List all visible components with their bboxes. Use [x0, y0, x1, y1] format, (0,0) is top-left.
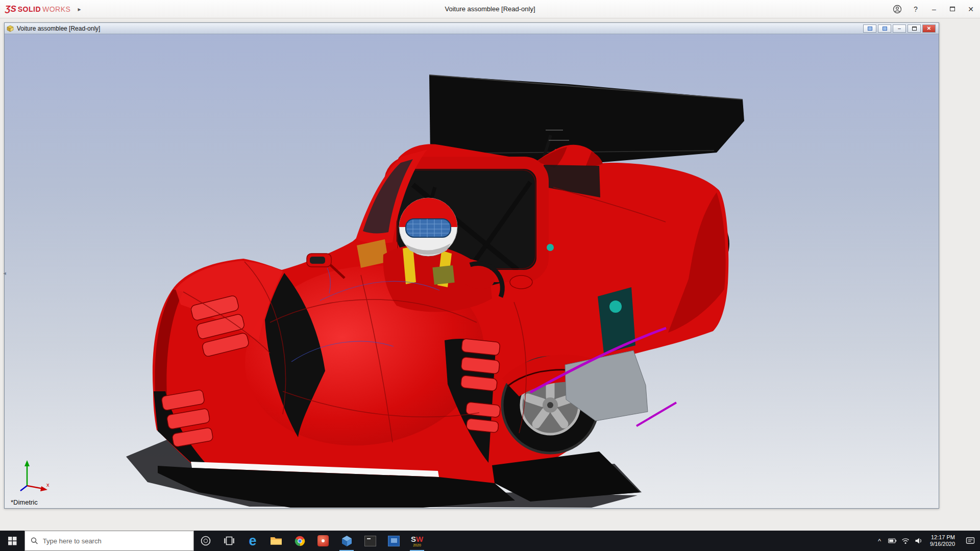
- viewport-single-icon: [883, 27, 887, 31]
- solidworks-logo: ƷS SOLID WORKS: [5, 4, 70, 14]
- blue-app-icon: [388, 536, 400, 546]
- minimize-button[interactable]: –: [925, 0, 943, 18]
- task-view-icon: [224, 536, 235, 546]
- triad-x-label: x: [46, 482, 50, 488]
- app-icon-cortana[interactable]: [194, 531, 217, 551]
- driver-helmet: [399, 198, 457, 256]
- app-window-title: Voiture assomblee [Read-only]: [0, 5, 980, 13]
- doc-close-button[interactable]: ✕: [922, 24, 936, 33]
- app-window-controls: ? – ✕: [888, 0, 980, 18]
- taskbar-search[interactable]: [24, 531, 194, 551]
- help-button[interactable]: ?: [906, 0, 925, 18]
- triad-y-axis: [24, 460, 30, 466]
- app-icon-media[interactable]: [311, 531, 335, 551]
- document-title: Voiture assomblee [Read-only]: [17, 25, 100, 32]
- file-explorer-icon: [270, 536, 282, 546]
- close-icon: ✕: [968, 5, 974, 13]
- app-icon-terminal[interactable]: [358, 531, 382, 551]
- app-icon-chrome[interactable]: [288, 531, 311, 551]
- battery-indicator[interactable]: [886, 531, 899, 551]
- terminal-icon: [364, 536, 376, 546]
- right-mirror: [510, 276, 532, 289]
- media-app-icon: [317, 535, 329, 546]
- cortana-icon: [200, 535, 211, 546]
- taskbar-clock[interactable]: 12:17 PM 9/16/2020: [925, 534, 960, 547]
- app-icon-edge[interactable]: e: [241, 531, 264, 551]
- document-titlebar[interactable]: Voiture assomblee [Read-only] – ✕: [5, 23, 939, 34]
- doc-viewport-button-1[interactable]: [863, 24, 876, 33]
- doc-minimize-icon: –: [898, 26, 901, 31]
- solidworks-cube-icon: [341, 535, 353, 547]
- doc-close-icon: ✕: [927, 26, 931, 31]
- battery-icon: [888, 538, 897, 544]
- action-center-icon: [966, 537, 975, 545]
- menu-flyout-arrow-icon[interactable]: ▸: [78, 6, 81, 13]
- network-indicator[interactable]: [899, 531, 912, 551]
- solidworks-logo-solid: SOLID: [18, 5, 41, 13]
- chrome-icon: [294, 535, 306, 547]
- race-car-model[interactable]: [5, 34, 939, 508]
- assembly-document-icon: [7, 25, 14, 32]
- document-window: Voiture assomblee [Read-only] – ✕: [4, 22, 939, 509]
- app-titlebar: ƷS SOLID WORKS ▸ Voiture assomblee [Read…: [0, 0, 980, 18]
- edge-icon: e: [249, 534, 256, 548]
- action-center-button[interactable]: [960, 531, 980, 551]
- app-icon-document[interactable]: [382, 531, 405, 551]
- solidworks-logo-mark-icon: ƷS: [5, 4, 16, 14]
- doc-viewport-button-2[interactable]: [878, 24, 891, 33]
- tray-chevron-icon[interactable]: ^: [873, 537, 886, 545]
- solidworks-year-label: 2020: [413, 543, 421, 547]
- helmet-visor: [406, 219, 451, 237]
- windows-taskbar: e: [0, 531, 980, 551]
- featuremanager-collapse-tab[interactable]: ◂: [1, 267, 8, 279]
- collapse-arrow-icon: ◂: [3, 270, 6, 277]
- doc-maximize-icon: [912, 27, 917, 31]
- restore-icon: [950, 7, 955, 11]
- app-icon-task-view[interactable]: [217, 531, 241, 551]
- app-icon-solidworks-2020[interactable]: SW 2020: [405, 531, 429, 551]
- search-input[interactable]: [43, 537, 188, 545]
- clock-time: 12:17 PM: [930, 534, 955, 541]
- system-tray: ^ 12:17 PM 9/16/2020: [873, 531, 980, 551]
- wifi-icon: [901, 538, 910, 544]
- orientation-triad[interactable]: x: [16, 457, 54, 493]
- start-button[interactable]: [0, 531, 24, 551]
- account-button[interactable]: [888, 0, 906, 18]
- solidworks-2020-icon: SW 2020: [411, 535, 423, 547]
- doc-minimize-button[interactable]: –: [893, 24, 906, 33]
- teal-marker: [547, 244, 554, 251]
- document-window-controls: – ✕: [863, 24, 937, 33]
- graphics-viewport[interactable]: x *Dimetric: [5, 34, 939, 508]
- speaker-icon: [915, 537, 923, 544]
- taskbar-app-icons: e: [194, 531, 429, 551]
- close-button[interactable]: ✕: [962, 0, 980, 18]
- volume-indicator[interactable]: [912, 531, 925, 551]
- doc-maximize-button[interactable]: [908, 24, 921, 33]
- solidworks-logo-works: WORKS: [42, 5, 70, 13]
- view-orientation-label: *Dimetric: [11, 498, 38, 506]
- clock-date: 9/16/2020: [930, 541, 955, 547]
- search-icon: [31, 537, 38, 545]
- restore-button[interactable]: [943, 0, 962, 18]
- viewport-split-icon: [868, 27, 872, 31]
- app-icon-file-explorer[interactable]: [264, 531, 288, 551]
- minimize-icon: –: [932, 5, 936, 13]
- windows-logo-icon: [8, 537, 17, 545]
- app-icon-solidworks-composer[interactable]: [335, 531, 358, 551]
- account-icon: [893, 5, 902, 14]
- triad-z-axis: [20, 486, 27, 491]
- help-icon: ?: [914, 5, 918, 13]
